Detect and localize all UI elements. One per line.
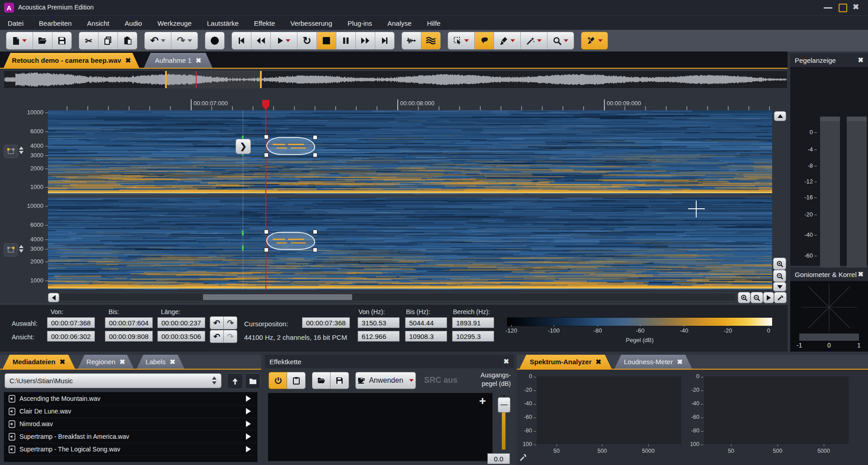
play-file-button[interactable] [246,446,251,452]
tab-close-icon[interactable]: ✖ [196,56,202,65]
magic-wand-dropdown-icon[interactable] [537,39,542,42]
view-freq-end-field[interactable]: 10908.3 [405,331,447,342]
selection-handle[interactable] [264,153,269,157]
play-file-button[interactable] [246,433,251,440]
fx-apply-button[interactable]: Anwenden [355,372,416,389]
output-level-slider[interactable] [495,394,512,451]
overview-region-end-handle[interactable] [260,71,262,88]
spectrogram-channel2[interactable] [48,197,772,290]
fx-power-button[interactable] [269,372,288,389]
combobox-spinner-icon[interactable] [212,376,217,385]
selection-handle[interactable] [313,248,317,252]
cut-button[interactable]: ✂ [79,32,99,49]
add-effect-button[interactable]: + [479,394,486,408]
fx-copy-chain-button[interactable] [287,372,306,389]
rewind-button[interactable] [251,32,271,49]
loop-button[interactable]: ↻ [297,32,317,49]
maximize-button[interactable] [839,4,847,12]
fast-forward-button[interactable] [356,32,375,49]
close-icon[interactable]: ✖ [503,357,509,366]
spectral-selection-ch1[interactable] [266,137,315,155]
paste-button[interactable] [118,32,137,49]
zoom-tool-dropdown-icon[interactable] [564,39,568,42]
menu-hilfe[interactable]: Hilfe [419,19,448,27]
zoom-out-horizontal-button[interactable] [750,292,763,303]
apply-dropdown-icon[interactable] [409,379,414,382]
selection-handle[interactable] [313,153,317,157]
spectral-selection-ch2[interactable] [266,232,315,250]
scroll-up-button[interactable] [774,111,786,121]
selection-redo-button[interactable]: ↷ [223,316,237,329]
expand-selection-button[interactable]: ❯ [236,139,251,154]
goniometer-title-bar[interactable]: Goniometer & Korrela.✖ [790,268,868,281]
tab-close-icon[interactable]: ✖ [119,358,125,366]
selection-freq-start-field[interactable]: 3150.53 [358,317,400,328]
menu-lautstaerke[interactable]: Lautstärke [199,19,246,27]
minimize-button[interactable] [824,7,832,9]
channel1-select-mode-button[interactable] [4,145,18,158]
menu-plugins[interactable]: Plug-ins [340,19,380,27]
slider-handle[interactable] [498,397,510,413]
magic-wand-button[interactable] [521,32,547,49]
menu-ansicht[interactable]: Ansicht [80,19,117,27]
fx-open-button[interactable] [312,372,331,389]
media-file-row[interactable]: Supertramp - Breakfast in America.wav [4,430,257,443]
selection-freq-end-field[interactable]: 5044.44 [405,317,447,328]
retouch-tool-button[interactable] [581,32,608,49]
lasso-tool-button[interactable] [475,32,494,49]
cursor-position-field[interactable]: 00:00:07:368 [302,317,350,328]
play-file-button[interactable] [246,395,251,402]
tab-regionen[interactable]: Regionen✖ [78,355,134,369]
play-dropdown-icon[interactable] [286,39,290,42]
time-ruler[interactable]: 00:00:07:000 00:00:08:000 00:00:09:000 [0,99,788,110]
browse-folder-button[interactable] [245,373,260,389]
select-tool-button[interactable] [448,32,475,49]
view-freq-range-field[interactable]: 10295.3 [452,331,494,342]
play-file-button[interactable] [246,421,251,427]
media-file-row[interactable]: Clair De Lune.wav [4,405,257,418]
view-redo-button[interactable]: ↷ [223,330,237,343]
record-button[interactable] [205,32,224,49]
pause-button[interactable] [336,32,356,49]
undo-button[interactable]: ↶ [145,32,171,49]
selection-handle[interactable] [264,135,269,139]
open-button[interactable] [33,32,52,49]
waveform-view-button[interactable] [402,32,421,49]
menu-datei[interactable]: Datei [0,19,31,27]
folder-up-button[interactable] [227,373,243,389]
media-file-row[interactable]: Nimrod.wav [4,418,257,431]
menu-audio[interactable]: Audio [117,19,150,27]
selection-handle[interactable] [313,230,317,234]
selection-start-field[interactable]: 00:00:07:368 [47,317,95,328]
wrench-icon[interactable] [519,453,528,461]
zoom-play-button[interactable] [763,292,774,303]
save-button[interactable] [52,32,71,49]
tab-close-icon[interactable]: ✖ [596,358,602,366]
menu-bearbeiten[interactable]: Bearbeiten [31,19,80,27]
zoom-in-horizontal-button[interactable] [738,292,750,303]
scroll-left-button[interactable] [48,293,59,302]
skip-start-button[interactable] [232,32,251,49]
select-tool-dropdown-icon[interactable] [464,39,469,42]
menu-effekte[interactable]: Effekte [246,19,283,27]
overview-region-start-handle[interactable] [165,71,167,88]
menu-werkzeuge[interactable]: Werkzeuge [150,19,199,27]
view-start-field[interactable]: 00:00:06:302 [47,331,95,342]
zoom-tool-button[interactable] [547,32,574,49]
close-icon[interactable]: ✖ [858,56,863,64]
selection-length-field[interactable]: 00:00:00:237 [157,317,205,328]
media-file-list[interactable]: Ascending the Mountain.wav Clair De Lune… [4,392,258,462]
media-file-row[interactable]: Ascending the Mountain.wav [4,392,257,405]
channel2-select-mode-button[interactable] [4,243,18,257]
horizontal-scrollbar[interactable] [60,293,736,301]
brush-tool-dropdown-icon[interactable] [510,39,515,42]
stop-button[interactable] [317,32,336,49]
zoom-out-vertical-button[interactable] [773,270,786,282]
fx-save-button[interactable] [330,372,349,389]
redo-dropdown-icon[interactable] [188,39,192,42]
selection-handle[interactable] [264,248,269,252]
channel2-spinner[interactable] [19,245,24,253]
effect-chain-title-bar[interactable]: Effektkette✖ [265,355,514,368]
overview-waveform[interactable] [4,70,788,89]
media-path-combobox[interactable]: C:\Users\Stian\Music [5,373,222,388]
